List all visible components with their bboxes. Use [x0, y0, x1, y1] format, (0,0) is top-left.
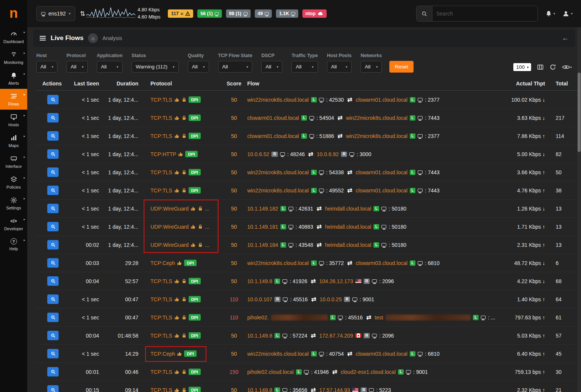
scrollbar-thumb[interactable]: [578, 73, 581, 152]
protocol-link[interactable]: UDP:WireGuard: [150, 206, 189, 212]
client-host-link[interactable]: win22microk8s.cloud.local: [247, 260, 309, 266]
column-header-actual-thpt[interactable]: Actual Thpt: [506, 81, 551, 87]
protocol-link[interactable]: TCP:TLS: [150, 115, 172, 121]
user-menu[interactable]: ▾: [562, 10, 573, 17]
protocol-link[interactable]: TCP:TLS: [150, 315, 172, 321]
home-icon[interactable]: ⌂: [88, 33, 98, 43]
client-host-link[interactable]: 10.0.0.107: [247, 296, 272, 302]
search-input[interactable]: [432, 11, 538, 17]
notifications-menu[interactable]: ▾: [545, 10, 555, 17]
server-host-link[interactable]: cloud2-esx1.cloud.local: [341, 369, 396, 375]
server-host-link[interactable]: 10.0.6.92: [317, 151, 339, 157]
server-host-link[interactable]: clswarm01.cloud.local: [356, 97, 407, 103]
flow-details-button[interactable]: [47, 186, 59, 195]
flow-details-button[interactable]: [47, 222, 59, 231]
server-host-link[interactable]: win22microk8s.cloud.local: [346, 133, 407, 139]
sidebar-item-settings[interactable]: ▸ Settings: [0, 193, 27, 214]
protocol-link[interactable]: TCP:Ceph: [150, 351, 175, 357]
server-host-link[interactable]: win22microk8s.cloud.local: [346, 115, 407, 121]
protocol-link[interactable]: TCP:HTTP: [150, 151, 176, 157]
filter-select[interactable]: All ▾: [97, 61, 122, 73]
flow-details-button[interactable]: [47, 349, 59, 358]
interface-select[interactable]: ens192 ▾: [36, 6, 75, 21]
sidebar-item-dashboard[interactable]: ▸ Dashboard: [0, 26, 27, 47]
protocol-link[interactable]: UDP:WireGuard: [150, 224, 189, 230]
filter-select[interactable]: All ▾: [188, 61, 209, 73]
flow-details-button[interactable]: [47, 240, 59, 249]
sidebar-item-monitoring[interactable]: ▸ Monitoring: [0, 47, 27, 68]
remote-hosts-badge[interactable]: 98 (1): [226, 9, 251, 18]
refresh-icon[interactable]: [550, 64, 556, 70]
column-header-protocol[interactable]: Protocol: [148, 81, 223, 87]
flow-details-button[interactable]: [47, 167, 59, 177]
columns-icon[interactable]: [537, 64, 544, 70]
sidebar-item-interface[interactable]: ▸ Interface: [0, 151, 27, 172]
client-host-link[interactable]: 10.0.6.52: [247, 151, 269, 157]
column-header-flow[interactable]: Flow: [245, 81, 506, 87]
filter-select[interactable]: All ▾: [218, 61, 253, 73]
alerts-badge[interactable]: 117 ≡: [168, 9, 193, 18]
reset-button[interactable]: Reset: [389, 61, 413, 73]
flow-details-button[interactable]: [47, 331, 59, 340]
flow-details-button[interactable]: [47, 294, 59, 304]
server-host-link[interactable]: test: [375, 315, 383, 321]
client-host-link[interactable]: clswarm01.cloud.local: [247, 115, 299, 121]
filter-select[interactable]: All ▾: [261, 61, 282, 73]
filter-select[interactable]: All ▾: [36, 61, 57, 73]
server-host-link[interactable]: clswarm03.cloud.local: [356, 260, 407, 266]
flow-details-button[interactable]: [47, 276, 59, 286]
client-host-link[interactable]: 10.1.149.181: [247, 224, 278, 230]
client-host-link[interactable]: pihole02.: [247, 315, 269, 321]
column-header-actions[interactable]: Actions: [36, 81, 70, 87]
server-host-link[interactable]: clswarm01.cloud.local: [356, 169, 407, 175]
sidebar-item-developer[interactable]: ▸ </> Developer: [0, 214, 27, 234]
visibility-icon[interactable]: ▾: [562, 65, 572, 70]
server-host-link[interactable]: 172.67.74.209: [319, 333, 353, 339]
server-host-link[interactable]: 10.0.0.25: [320, 296, 342, 302]
flow-details-button[interactable]: [47, 385, 59, 392]
client-host-link[interactable]: 10.1.149.8: [247, 278, 272, 284]
devices-badge[interactable]: 49: [255, 9, 272, 18]
flow-details-button[interactable]: [47, 149, 59, 159]
filter-select[interactable]: All ▾: [291, 61, 318, 73]
filter-select[interactable]: Warning (112) ▾: [132, 61, 179, 73]
client-host-link[interactable]: pihole02.cloud.local: [247, 369, 294, 375]
protocol-link[interactable]: TCP:TLS: [150, 97, 172, 103]
protocol-link[interactable]: TCP:TLS: [150, 369, 172, 375]
sidebar-item-help[interactable]: ▸ ? Help: [0, 234, 27, 254]
server-host-link[interactable]: clswarm03.cloud.local: [356, 351, 407, 357]
client-host-link[interactable]: 10.1.149.8: [247, 333, 272, 339]
breadcrumb[interactable]: Analysis: [102, 35, 122, 41]
protocol-link[interactable]: UDP:WireGuard: [150, 242, 189, 248]
sidebar-item-maps[interactable]: ▸ Maps: [0, 130, 27, 151]
protocol-link[interactable]: TCP:TLS: [150, 296, 172, 302]
protocol-link[interactable]: TCP:Ceph: [150, 260, 175, 266]
ntop-logo[interactable]: n: [0, 0, 27, 26]
protocol-link[interactable]: TCP:TLS: [150, 169, 172, 175]
filter-select[interactable]: All ▾: [327, 61, 352, 73]
server-host-link[interactable]: heimdall.cloud.local: [325, 224, 371, 230]
server-host-link[interactable]: 104.26.12.173: [319, 278, 353, 284]
client-host-link[interactable]: 10.1.149.182: [247, 206, 278, 212]
flow-details-button[interactable]: [47, 204, 59, 213]
filter-select[interactable]: All ▾: [361, 61, 382, 73]
client-host-link[interactable]: win22microk8s.cloud.local: [247, 97, 309, 103]
server-host-link[interactable]: 17.57.144.93: [319, 387, 350, 392]
server-host-link[interactable]: heimdall.cloud.local: [325, 242, 371, 248]
protocol-link[interactable]: TCP:TLS: [150, 387, 172, 392]
sidebar-item-alerts[interactable]: ▸ Alerts: [0, 68, 27, 89]
protocol-link[interactable]: TCP:TLS: [150, 278, 172, 284]
client-host-link[interactable]: win22microk8s.cloud.local: [247, 169, 309, 175]
filter-select[interactable]: All ▾: [67, 61, 88, 73]
protocol-link[interactable]: TCP:TLS: [150, 187, 172, 194]
menu-icon[interactable]: [39, 35, 46, 41]
ntop-cloud-badge[interactable]: ntop: [302, 9, 327, 18]
flow-details-button[interactable]: [47, 313, 59, 322]
client-host-link[interactable]: win22microk8s.cloud.local: [247, 351, 309, 357]
flow-details-button[interactable]: [47, 131, 59, 141]
flows-count-badge[interactable]: 1.1K: [276, 9, 298, 18]
client-host-link[interactable]: 10.1.149.184: [247, 242, 278, 248]
protocol-link[interactable]: TCP:TLS: [150, 133, 172, 139]
sidebar-item-flows[interactable]: ▸ Flows: [0, 89, 27, 110]
sidebar-item-policies[interactable]: ▸ Policies: [0, 172, 27, 193]
